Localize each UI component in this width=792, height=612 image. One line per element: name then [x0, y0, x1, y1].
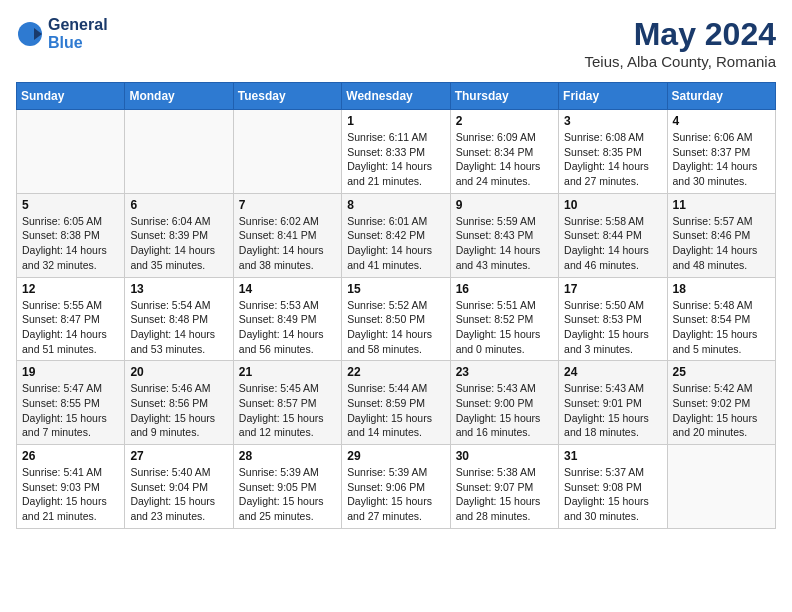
day-number: 15 [347, 282, 444, 296]
calendar-day-cell: 12Sunrise: 5:55 AM Sunset: 8:47 PM Dayli… [17, 277, 125, 361]
day-info: Sunrise: 5:39 AM Sunset: 9:05 PM Dayligh… [239, 465, 336, 524]
day-number: 6 [130, 198, 227, 212]
calendar-day-cell: 3Sunrise: 6:08 AM Sunset: 8:35 PM Daylig… [559, 110, 667, 194]
calendar-week-row: 5Sunrise: 6:05 AM Sunset: 8:38 PM Daylig… [17, 193, 776, 277]
day-info: Sunrise: 6:02 AM Sunset: 8:41 PM Dayligh… [239, 214, 336, 273]
day-info: Sunrise: 5:45 AM Sunset: 8:57 PM Dayligh… [239, 381, 336, 440]
calendar-day-cell: 7Sunrise: 6:02 AM Sunset: 8:41 PM Daylig… [233, 193, 341, 277]
day-of-week-header: Thursday [450, 83, 558, 110]
calendar-day-cell: 27Sunrise: 5:40 AM Sunset: 9:04 PM Dayli… [125, 445, 233, 529]
day-number: 3 [564, 114, 661, 128]
month-title: May 2024 [585, 16, 777, 53]
day-number: 12 [22, 282, 119, 296]
day-info: Sunrise: 5:55 AM Sunset: 8:47 PM Dayligh… [22, 298, 119, 357]
calendar-day-cell: 13Sunrise: 5:54 AM Sunset: 8:48 PM Dayli… [125, 277, 233, 361]
calendar-day-cell: 15Sunrise: 5:52 AM Sunset: 8:50 PM Dayli… [342, 277, 450, 361]
calendar-day-cell: 16Sunrise: 5:51 AM Sunset: 8:52 PM Dayli… [450, 277, 558, 361]
day-number: 24 [564, 365, 661, 379]
calendar-day-cell: 17Sunrise: 5:50 AM Sunset: 8:53 PM Dayli… [559, 277, 667, 361]
day-info: Sunrise: 6:06 AM Sunset: 8:37 PM Dayligh… [673, 130, 770, 189]
calendar-day-cell: 1Sunrise: 6:11 AM Sunset: 8:33 PM Daylig… [342, 110, 450, 194]
day-number: 30 [456, 449, 553, 463]
day-number: 10 [564, 198, 661, 212]
calendar-day-cell: 31Sunrise: 5:37 AM Sunset: 9:08 PM Dayli… [559, 445, 667, 529]
calendar-day-cell: 18Sunrise: 5:48 AM Sunset: 8:54 PM Dayli… [667, 277, 775, 361]
calendar-day-cell: 5Sunrise: 6:05 AM Sunset: 8:38 PM Daylig… [17, 193, 125, 277]
calendar-day-cell: 9Sunrise: 5:59 AM Sunset: 8:43 PM Daylig… [450, 193, 558, 277]
day-info: Sunrise: 5:53 AM Sunset: 8:49 PM Dayligh… [239, 298, 336, 357]
day-number: 28 [239, 449, 336, 463]
day-number: 2 [456, 114, 553, 128]
day-number: 18 [673, 282, 770, 296]
calendar-week-row: 12Sunrise: 5:55 AM Sunset: 8:47 PM Dayli… [17, 277, 776, 361]
calendar-day-cell: 6Sunrise: 6:04 AM Sunset: 8:39 PM Daylig… [125, 193, 233, 277]
logo-blue-text: Blue [48, 34, 108, 52]
calendar-day-cell: 20Sunrise: 5:46 AM Sunset: 8:56 PM Dayli… [125, 361, 233, 445]
day-number: 19 [22, 365, 119, 379]
day-number: 21 [239, 365, 336, 379]
calendar-day-cell [17, 110, 125, 194]
day-info: Sunrise: 5:48 AM Sunset: 8:54 PM Dayligh… [673, 298, 770, 357]
day-info: Sunrise: 6:04 AM Sunset: 8:39 PM Dayligh… [130, 214, 227, 273]
day-number: 20 [130, 365, 227, 379]
day-info: Sunrise: 5:47 AM Sunset: 8:55 PM Dayligh… [22, 381, 119, 440]
calendar-day-cell: 25Sunrise: 5:42 AM Sunset: 9:02 PM Dayli… [667, 361, 775, 445]
page-header: General Blue May 2024 Teius, Alba County… [16, 16, 776, 70]
calendar-day-cell: 23Sunrise: 5:43 AM Sunset: 9:00 PM Dayli… [450, 361, 558, 445]
day-number: 16 [456, 282, 553, 296]
calendar-day-cell: 11Sunrise: 5:57 AM Sunset: 8:46 PM Dayli… [667, 193, 775, 277]
day-info: Sunrise: 5:43 AM Sunset: 9:01 PM Dayligh… [564, 381, 661, 440]
day-info: Sunrise: 5:41 AM Sunset: 9:03 PM Dayligh… [22, 465, 119, 524]
day-number: 8 [347, 198, 444, 212]
day-number: 23 [456, 365, 553, 379]
day-number: 9 [456, 198, 553, 212]
calendar-day-cell [233, 110, 341, 194]
day-info: Sunrise: 6:11 AM Sunset: 8:33 PM Dayligh… [347, 130, 444, 189]
day-of-week-header: Monday [125, 83, 233, 110]
day-number: 11 [673, 198, 770, 212]
day-number: 13 [130, 282, 227, 296]
day-info: Sunrise: 5:46 AM Sunset: 8:56 PM Dayligh… [130, 381, 227, 440]
calendar-day-cell: 10Sunrise: 5:58 AM Sunset: 8:44 PM Dayli… [559, 193, 667, 277]
day-info: Sunrise: 5:38 AM Sunset: 9:07 PM Dayligh… [456, 465, 553, 524]
day-info: Sunrise: 5:39 AM Sunset: 9:06 PM Dayligh… [347, 465, 444, 524]
day-number: 22 [347, 365, 444, 379]
day-number: 17 [564, 282, 661, 296]
location-title: Teius, Alba County, Romania [585, 53, 777, 70]
day-number: 29 [347, 449, 444, 463]
calendar-day-cell: 14Sunrise: 5:53 AM Sunset: 8:49 PM Dayli… [233, 277, 341, 361]
calendar-day-cell: 30Sunrise: 5:38 AM Sunset: 9:07 PM Dayli… [450, 445, 558, 529]
logo: General Blue [16, 16, 108, 51]
calendar-header-row: SundayMondayTuesdayWednesdayThursdayFrid… [17, 83, 776, 110]
day-of-week-header: Wednesday [342, 83, 450, 110]
day-info: Sunrise: 5:40 AM Sunset: 9:04 PM Dayligh… [130, 465, 227, 524]
calendar-day-cell: 8Sunrise: 6:01 AM Sunset: 8:42 PM Daylig… [342, 193, 450, 277]
calendar-day-cell [125, 110, 233, 194]
calendar-week-row: 19Sunrise: 5:47 AM Sunset: 8:55 PM Dayli… [17, 361, 776, 445]
logo-general-text: General [48, 16, 108, 34]
day-number: 7 [239, 198, 336, 212]
day-info: Sunrise: 6:09 AM Sunset: 8:34 PM Dayligh… [456, 130, 553, 189]
calendar-day-cell: 24Sunrise: 5:43 AM Sunset: 9:01 PM Dayli… [559, 361, 667, 445]
day-of-week-header: Tuesday [233, 83, 341, 110]
day-of-week-header: Sunday [17, 83, 125, 110]
day-of-week-header: Friday [559, 83, 667, 110]
day-number: 4 [673, 114, 770, 128]
day-number: 5 [22, 198, 119, 212]
day-number: 14 [239, 282, 336, 296]
calendar-day-cell: 28Sunrise: 5:39 AM Sunset: 9:05 PM Dayli… [233, 445, 341, 529]
day-number: 31 [564, 449, 661, 463]
calendar-day-cell [667, 445, 775, 529]
day-info: Sunrise: 5:44 AM Sunset: 8:59 PM Dayligh… [347, 381, 444, 440]
day-info: Sunrise: 5:54 AM Sunset: 8:48 PM Dayligh… [130, 298, 227, 357]
day-info: Sunrise: 6:01 AM Sunset: 8:42 PM Dayligh… [347, 214, 444, 273]
calendar-day-cell: 22Sunrise: 5:44 AM Sunset: 8:59 PM Dayli… [342, 361, 450, 445]
calendar-day-cell: 19Sunrise: 5:47 AM Sunset: 8:55 PM Dayli… [17, 361, 125, 445]
day-info: Sunrise: 5:59 AM Sunset: 8:43 PM Dayligh… [456, 214, 553, 273]
title-area: May 2024 Teius, Alba County, Romania [585, 16, 777, 70]
calendar-table: SundayMondayTuesdayWednesdayThursdayFrid… [16, 82, 776, 529]
calendar-day-cell: 29Sunrise: 5:39 AM Sunset: 9:06 PM Dayli… [342, 445, 450, 529]
day-info: Sunrise: 6:05 AM Sunset: 8:38 PM Dayligh… [22, 214, 119, 273]
calendar-day-cell: 4Sunrise: 6:06 AM Sunset: 8:37 PM Daylig… [667, 110, 775, 194]
calendar-day-cell: 21Sunrise: 5:45 AM Sunset: 8:57 PM Dayli… [233, 361, 341, 445]
